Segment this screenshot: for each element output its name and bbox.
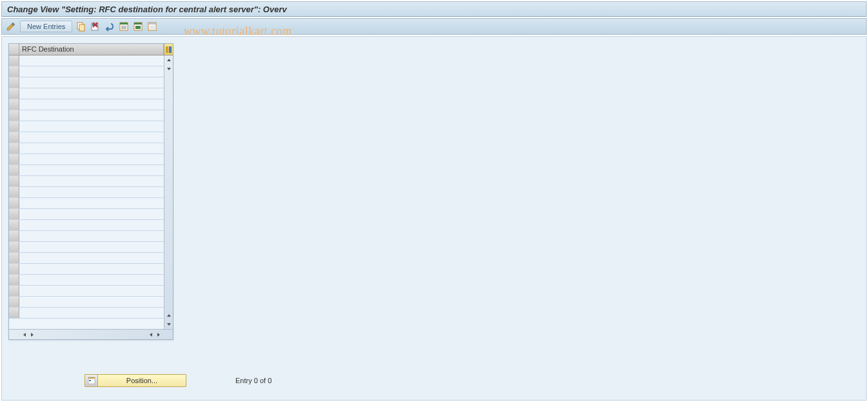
new-entries-label: New Entries [27, 23, 65, 30]
table-row[interactable] [9, 132, 164, 143]
table-settings-icon[interactable] [164, 44, 173, 55]
row-selector-header[interactable] [9, 44, 19, 55]
table-row[interactable] [9, 154, 164, 165]
scroll-up-icon[interactable] [165, 312, 173, 319]
row-selector[interactable] [9, 297, 19, 307]
svg-rect-13 [148, 23, 156, 25]
vertical-scrollbar[interactable] [164, 55, 173, 329]
table-row[interactable] [9, 253, 164, 264]
table-row[interactable] [9, 297, 164, 308]
table-row[interactable] [9, 187, 164, 198]
table-row[interactable] [9, 198, 164, 209]
rfc-destination-cell[interactable] [19, 231, 164, 241]
rfc-destination-cell[interactable] [19, 198, 164, 208]
horizontal-scrollbar[interactable] [9, 329, 173, 339]
rfc-destination-cell[interactable] [19, 132, 164, 143]
rfc-destination-cell[interactable] [19, 187, 164, 197]
row-selector[interactable] [9, 154, 19, 164]
column-header-rfc-destination[interactable]: RFC Destination [19, 44, 164, 55]
rfc-destination-cell[interactable] [19, 88, 164, 99]
rfc-destination-cell[interactable] [19, 110, 164, 121]
table-row[interactable] [9, 242, 164, 253]
table-row[interactable] [9, 99, 164, 110]
rfc-destination-cell[interactable] [19, 275, 164, 285]
entry-status: Entry 0 of 0 [235, 377, 271, 384]
row-selector[interactable] [9, 231, 19, 241]
scroll-right-icon[interactable] [28, 331, 36, 339]
toggle-edit-icon[interactable] [6, 21, 16, 32]
table-row[interactable] [9, 286, 164, 297]
table-row[interactable] [9, 88, 164, 99]
table-row[interactable] [9, 143, 164, 154]
row-selector[interactable] [9, 165, 19, 175]
table-row[interactable] [9, 220, 164, 231]
scroll-down-icon[interactable] [165, 65, 173, 73]
rfc-destination-cell[interactable] [19, 209, 164, 219]
table-row[interactable] [9, 275, 164, 286]
rfc-destination-cell[interactable] [19, 154, 164, 164]
row-selector[interactable] [9, 77, 19, 88]
delete-icon[interactable] [90, 21, 101, 32]
table-row[interactable] [9, 264, 164, 275]
scroll-left-icon[interactable] [21, 331, 28, 339]
row-selector[interactable] [9, 66, 19, 77]
row-selector[interactable] [9, 220, 19, 230]
table-row[interactable] [9, 110, 164, 121]
row-selector[interactable] [9, 110, 19, 121]
rfc-destination-cell[interactable] [19, 242, 164, 252]
scroll-right-icon[interactable] [155, 331, 163, 339]
rfc-destination-cell[interactable] [19, 143, 164, 154]
row-selector[interactable] [9, 275, 19, 285]
rfc-destination-cell[interactable] [19, 121, 164, 132]
rfc-destination-cell[interactable] [19, 165, 164, 175]
scroll-left-icon[interactable] [147, 331, 155, 339]
rfc-destination-cell[interactable] [19, 253, 164, 263]
row-selector[interactable] [9, 132, 19, 143]
table-row[interactable] [9, 165, 164, 176]
row-selector[interactable] [9, 242, 19, 252]
table-row[interactable] [9, 121, 164, 132]
rfc-destination-cell[interactable] [19, 66, 164, 77]
rfc-destination-cell[interactable] [19, 308, 164, 318]
table-row[interactable] [9, 77, 164, 88]
rfc-destination-cell[interactable] [19, 297, 164, 307]
rfc-destination-cell[interactable] [19, 176, 164, 186]
rfc-destination-cell[interactable] [19, 55, 164, 66]
row-selector[interactable] [9, 121, 19, 132]
row-selector[interactable] [9, 264, 19, 274]
copy-as-icon[interactable] [76, 21, 86, 32]
select-block-icon[interactable] [133, 21, 143, 32]
table-row[interactable] [9, 66, 164, 77]
content-area: RFC Destination [1, 36, 867, 401]
scroll-down-icon[interactable] [165, 321, 173, 328]
select-all-icon[interactable] [119, 21, 129, 32]
row-selector[interactable] [9, 187, 19, 197]
rfc-destination-cell[interactable] [19, 77, 164, 88]
row-selector[interactable] [9, 209, 19, 219]
undo-icon[interactable] [104, 21, 115, 32]
new-entries-button[interactable]: New Entries [20, 21, 72, 32]
row-selector[interactable] [9, 143, 19, 154]
table-container: RFC Destination [8, 43, 173, 340]
row-selector[interactable] [9, 88, 19, 99]
deselect-all-icon[interactable] [147, 21, 157, 32]
position-button[interactable]: Position... [84, 374, 186, 387]
scroll-up-icon[interactable] [165, 56, 173, 64]
row-selector[interactable] [9, 308, 19, 318]
row-selector[interactable] [9, 198, 19, 208]
table-row[interactable] [9, 176, 164, 187]
table-row[interactable] [9, 308, 164, 319]
row-selector[interactable] [9, 176, 19, 186]
row-selector[interactable] [9, 286, 19, 296]
svg-rect-8 [121, 28, 126, 29]
rfc-destination-cell[interactable] [19, 220, 164, 230]
table-row[interactable] [9, 209, 164, 220]
table-row[interactable] [9, 231, 164, 242]
table-row[interactable] [9, 55, 164, 66]
row-selector[interactable] [9, 253, 19, 263]
row-selector[interactable] [9, 55, 19, 66]
row-selector[interactable] [9, 99, 19, 110]
rfc-destination-cell[interactable] [19, 264, 164, 274]
rfc-destination-cell[interactable] [19, 286, 164, 296]
rfc-destination-cell[interactable] [19, 99, 164, 110]
